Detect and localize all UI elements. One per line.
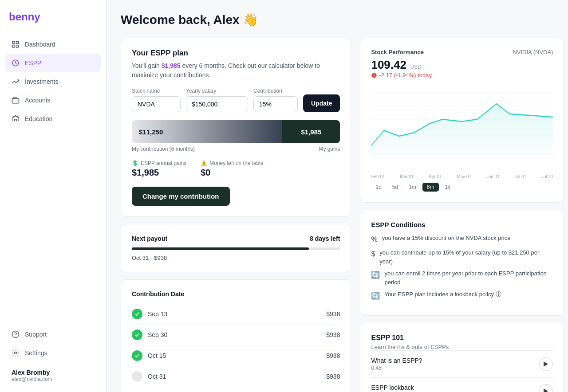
svg-marker-20 [371,104,553,164]
espp-101-desc: Learn the ins & outs of ESPPs. [371,344,553,350]
svg-rect-3 [16,45,19,47]
date-label-1: Sep 30 [148,331,167,338]
user-profile: Alex Bromby alex@nvidia.com [5,363,101,387]
condition-1: $ you can contribute up to 15% of your s… [371,248,553,266]
content-grid: Your ESPP plan You'll gain $1,985 every … [121,38,554,392]
lookback-icon: 🔄 [371,290,380,301]
video-row-1: ESPP lookback 1:12 [371,377,553,392]
espp-101-card: ESPP 101 Learn the ins & outs of ESPPs. … [360,323,564,392]
left-column: Your ESPP plan You'll gain $1,985 every … [121,38,351,392]
espp-conditions-card: ESPP Conditions % you have a 15% discoun… [360,210,564,316]
stock-name-group: Stock name [132,88,181,112]
video-info-0: What is an ESPP? 0:45 [371,357,422,371]
time-filter-1m[interactable]: 1m [404,183,421,192]
metric-money-left-label: ⚠️ Money left on the table [201,160,263,166]
date-amount-3: $938 [326,373,340,380]
sidebar-item-label: Support [25,331,47,338]
time-filter-5d[interactable]: 5d [388,183,402,192]
contribution-group: Contribution [253,88,298,112]
sidebar-item-espp[interactable]: ESPP [5,54,101,72]
check-done-2 [132,350,142,361]
yearly-salary-input[interactable] [186,96,248,112]
svg-marker-21 [544,361,548,367]
check-done-1 [132,329,142,340]
investments-icon [12,78,20,86]
progress-bar [132,247,340,250]
sidebar-item-education[interactable]: Education [5,110,101,128]
play-button-0[interactable] [539,357,553,371]
stock-name-input[interactable] [132,96,181,112]
video-row-0: What is an ESPP? 0:45 [371,350,553,377]
contribution-left-value: $11,250 [132,120,282,143]
sidebar-item-dashboard[interactable]: Dashboard [5,35,101,53]
video-title-1: ESPP lookback [371,384,414,391]
bar-left-label: My contribution (6 months) [132,146,195,152]
date-amount-2: $938 [326,352,340,359]
next-payout-title: Next payout [132,235,167,242]
chart-x-labels: Feb 01 Mar 01 Apr 01 May 01 Jun 01 Jul 0… [371,174,553,179]
time-filter-1d[interactable]: 1d [371,183,386,192]
video-duration-0: 0:45 [371,365,422,371]
espp-101-title: ESPP 101 [371,334,553,342]
date-label-3: Oct 31 [148,373,166,380]
main-content: Welcome back, Alex 👋 Your ESPP plan You'… [106,0,568,392]
sidebar-item-accounts[interactable]: Accounts [5,91,101,109]
svg-marker-22 [544,388,548,392]
stock-price: 109.42 [371,58,406,71]
chart-time-filters: 1d 5d 1m 6m 1y [371,183,553,192]
contribution-dates-card: Contribution Date Sep 13 $938 [121,279,351,392]
stock-price-row: 109.42 USD [371,58,553,72]
payout-detail: Oct 31 $938 [132,255,340,261]
education-icon [12,115,20,123]
time-filter-1y[interactable]: 1y [441,183,455,192]
stock-name-label: Stock name [132,88,181,94]
play-button-1[interactable] [539,384,553,392]
svg-rect-0 [12,41,15,43]
svg-rect-1 [16,41,19,43]
user-name: Alex Bromby [12,369,95,376]
update-button[interactable]: Update [303,94,340,112]
percent-icon: % [371,234,377,245]
condition-2: 🔄 you can enroll 2 times per year prior … [371,269,553,286]
accounts-icon [12,96,20,104]
stock-change: -2.17 (-1.94%) today [371,72,553,78]
progress-bar-fill [132,247,309,250]
date-amount-1: $938 [326,331,340,338]
sidebar-item-label: Education [25,115,52,122]
bar-right-label: My gains [319,146,340,152]
time-filter-6m[interactable]: 6m [422,183,439,192]
sidebar-item-investments[interactable]: Investments [5,73,101,90]
change-contribution-button[interactable]: Change my contribution [132,187,230,206]
contribution-label: Contribution [253,88,298,94]
page-title: Welcome back, Alex 👋 [121,12,554,27]
stock-header: Stock Performance NVIDIA (NVDA) [371,49,553,55]
metric-money-left: ⚠️ Money left on the table $0 [201,160,263,178]
sidebar-item-settings[interactable]: Settings [5,344,101,362]
checkmark-icon [134,311,140,317]
days-left-badge: 8 days left [310,235,340,242]
sidebar-item-label: Accounts [25,97,51,104]
next-payout-header: Next payout 8 days left [132,235,340,242]
metric-annual-gains: 💲 ESPP annual gains $1,985 [132,160,186,178]
date-label-2: Oct 15 [148,352,166,359]
sidebar-item-support[interactable]: Support [5,325,101,343]
sidebar-bottom: Support Settings Alex Bromby alex@nvidia… [0,320,106,392]
contribution-input[interactable] [253,96,298,112]
condition-3: 🔄 Your ESPP plan includes a lookback pol… [371,290,553,301]
contribution-right-value: $1,985 [282,120,340,143]
espp-icon [12,59,20,67]
play-icon [543,388,548,392]
stock-company: NVIDIA (NVDA) [513,49,553,55]
condition-0: % you have a 15% discount on the NVDA st… [371,234,553,245]
date-amount-0: $938 [326,310,340,318]
logo[interactable]: benny [0,0,106,32]
yearly-salary-label: Yearly salary [186,88,248,94]
yearly-salary-group: Yearly salary [186,88,248,112]
date-row-4: Nov 15 $938 [132,387,340,392]
date-row-2: Oct 15 $938 [132,345,340,366]
stock-currency: USD [410,64,421,70]
contribution-dates-title: Contribution Date [132,290,340,298]
date-row-0: Sep 13 $938 [132,304,340,325]
date-row-1: Sep 30 $938 [132,325,340,345]
cycle-icon: 🔄 [371,270,380,280]
